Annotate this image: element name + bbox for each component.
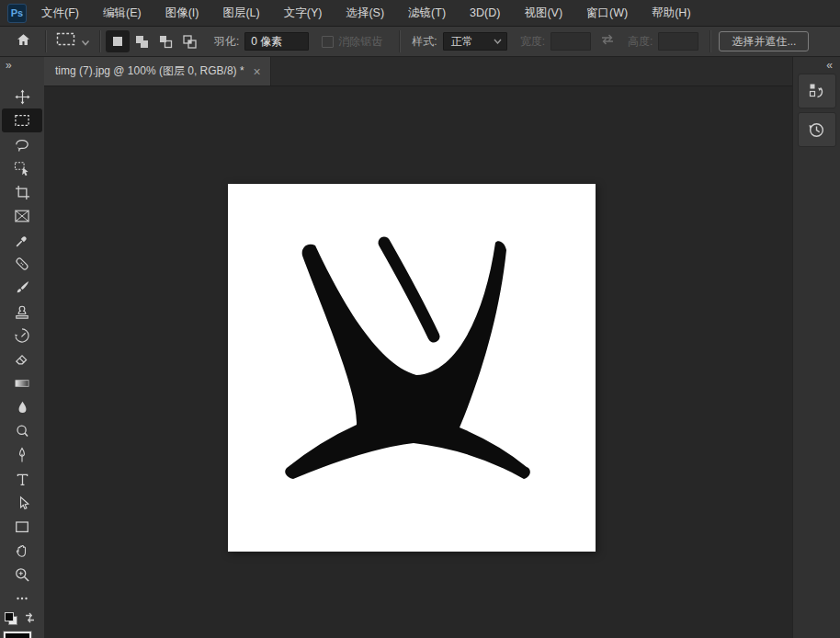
menu-file[interactable]: 文件(F) bbox=[29, 0, 91, 26]
menu-filter[interactable]: 滤镜(T) bbox=[396, 0, 458, 26]
edit-toolbar-ellipsis-icon[interactable] bbox=[2, 587, 42, 610]
menu-type[interactable]: 文字(Y) bbox=[272, 0, 335, 26]
anti-alias-checkbox[interactable] bbox=[322, 36, 334, 48]
history-brush-tool[interactable] bbox=[2, 324, 42, 347]
menu-help[interactable]: 帮助(H) bbox=[640, 0, 702, 26]
style-select[interactable]: 正常 bbox=[443, 32, 507, 51]
subtract-from-selection-mode-button[interactable] bbox=[153, 30, 177, 52]
tab-close-icon[interactable]: × bbox=[254, 65, 261, 78]
object-selection-tool[interactable] bbox=[2, 156, 42, 180]
menu-edit[interactable]: 编辑(E) bbox=[91, 0, 153, 26]
style-select-value: 正常 bbox=[451, 34, 473, 50]
chevron-down-icon[interactable] bbox=[81, 33, 90, 50]
style-label: 样式: bbox=[412, 34, 437, 50]
zoom-tool[interactable] bbox=[2, 563, 42, 587]
clone-stamp-tool[interactable] bbox=[2, 300, 42, 324]
width-input[interactable] bbox=[551, 32, 591, 51]
menu-image[interactable]: 图像(I) bbox=[153, 0, 211, 26]
options-separator bbox=[709, 30, 710, 52]
menu-window[interactable]: 窗口(W) bbox=[574, 0, 640, 26]
pasteboard[interactable] bbox=[44, 86, 792, 638]
tool-options-bar: 羽化: 消除锯齿 样式: 正常 宽度: 高度: 选择并遮住... bbox=[0, 27, 840, 57]
color-controls bbox=[4, 610, 42, 638]
intersect-selection-mode-button[interactable] bbox=[177, 30, 201, 52]
eraser-tool[interactable] bbox=[2, 347, 42, 371]
width-label: 宽度: bbox=[520, 34, 545, 50]
dock-collapse-icon[interactable]: « bbox=[826, 59, 832, 72]
document-workspace: timg (7).jpg @ 100% (图层 0, RGB/8) * × bbox=[44, 57, 792, 638]
select-and-mask-button[interactable]: 选择并遮住... bbox=[719, 31, 809, 51]
tools-list bbox=[0, 85, 44, 610]
history-panel-clock-icon[interactable] bbox=[798, 112, 836, 147]
menu-view[interactable]: 视图(V) bbox=[512, 0, 574, 26]
document-tab-title: timg (7).jpg @ 100% (图层 0, RGB/8) * bbox=[55, 63, 244, 79]
move-tool[interactable] bbox=[2, 85, 42, 108]
canvas-artwork-abstract-shape bbox=[228, 184, 596, 552]
dodge-tool[interactable] bbox=[2, 419, 42, 443]
eyedropper-tool[interactable] bbox=[2, 228, 42, 252]
document-tab[interactable]: timg (7).jpg @ 100% (图层 0, RGB/8) * × bbox=[44, 57, 271, 85]
panel-dock: « bbox=[792, 57, 840, 638]
tools-panel: » bbox=[0, 57, 44, 638]
menu-3d[interactable]: 3D(D) bbox=[458, 0, 512, 26]
menu-layer[interactable]: 图层(L) bbox=[210, 0, 271, 26]
brush-tool[interactable] bbox=[2, 276, 42, 300]
feather-input[interactable] bbox=[244, 32, 309, 51]
lasso-tool[interactable] bbox=[2, 132, 42, 156]
hand-tool[interactable] bbox=[2, 539, 42, 563]
options-separator bbox=[399, 30, 400, 52]
options-separator bbox=[45, 30, 46, 52]
chevron-down-icon bbox=[494, 39, 502, 44]
default-colors-icon[interactable] bbox=[5, 612, 17, 625]
frame-tool[interactable] bbox=[2, 204, 42, 228]
add-to-selection-mode-button[interactable] bbox=[130, 30, 153, 52]
photoshop-logo-icon: Ps bbox=[7, 4, 27, 23]
menu-bar: Ps 文件(F) 编辑(E) 图像(I) 图层(L) 文字(Y) 选择(S) 滤… bbox=[0, 0, 840, 27]
pen-tool[interactable] bbox=[2, 443, 42, 467]
path-selection-tool[interactable] bbox=[2, 491, 42, 515]
foreground-color-swatch[interactable] bbox=[4, 632, 31, 638]
anti-alias-label: 消除锯齿 bbox=[338, 34, 382, 50]
document-tab-bar: timg (7).jpg @ 100% (图层 0, RGB/8) * × bbox=[44, 57, 792, 86]
rectangle-shape-tool[interactable] bbox=[2, 515, 42, 539]
swap-colors-icon[interactable] bbox=[24, 610, 36, 627]
photoshop-window: Ps 文件(F) 编辑(E) 图像(I) 图层(L) 文字(Y) 选择(S) 滤… bbox=[0, 0, 840, 638]
options-separator bbox=[99, 30, 100, 52]
crop-tool[interactable] bbox=[2, 180, 42, 204]
menu-select[interactable]: 选择(S) bbox=[334, 0, 396, 26]
home-icon[interactable] bbox=[15, 31, 32, 52]
panel-button-squares-curved-arrow-icon[interactable] bbox=[798, 74, 836, 108]
main-area: » bbox=[0, 57, 840, 638]
rectangular-marquee-tool[interactable] bbox=[2, 108, 42, 132]
type-tool[interactable] bbox=[2, 467, 42, 491]
spot-healing-brush-tool[interactable] bbox=[2, 252, 42, 276]
gradient-tool[interactable] bbox=[2, 371, 42, 395]
height-label: 高度: bbox=[628, 34, 653, 50]
document-canvas[interactable] bbox=[228, 184, 596, 552]
tool-preset-marquee-icon[interactable] bbox=[55, 31, 77, 51]
blur-tool[interactable] bbox=[2, 395, 42, 419]
swap-width-height-icon[interactable] bbox=[600, 33, 615, 50]
new-selection-mode-button[interactable] bbox=[106, 30, 130, 52]
tools-panel-expand-icon[interactable]: » bbox=[6, 59, 11, 72]
height-input[interactable] bbox=[658, 32, 698, 51]
feather-label: 羽化: bbox=[214, 34, 239, 50]
